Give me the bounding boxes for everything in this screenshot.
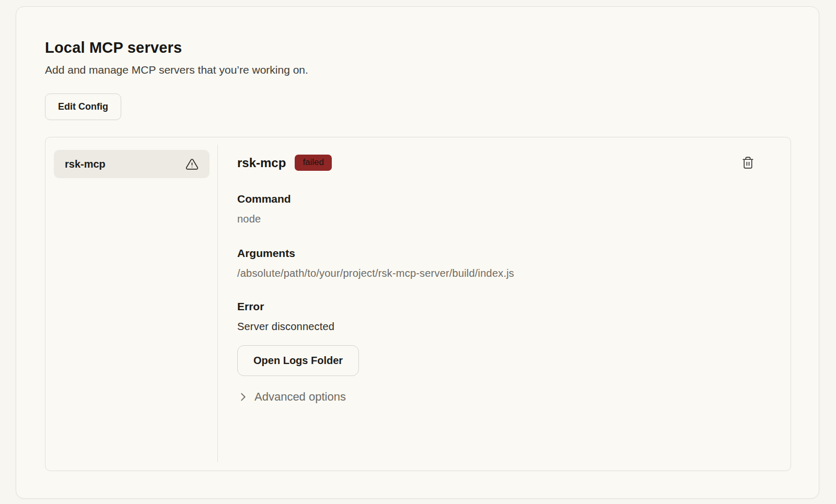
server-panel: rsk-mcp rsk-mcp failed — [45, 137, 791, 471]
error-value: Server disconnected — [237, 321, 770, 333]
command-section: Command node — [237, 193, 770, 225]
status-badge: failed — [295, 155, 332, 171]
server-list-item-rsk-mcp[interactable]: rsk-mcp — [54, 150, 210, 178]
command-value: node — [237, 213, 770, 225]
arguments-label: Arguments — [237, 247, 770, 260]
arguments-section: Arguments /absolute/path/to/your/project… — [237, 247, 770, 279]
server-detail-header: rsk-mcp failed — [237, 155, 770, 171]
server-list-sidebar: rsk-mcp — [45, 137, 217, 471]
page-subtitle: Add and manage MCP servers that you’re w… — [45, 64, 791, 76]
warning-triangle-icon — [185, 158, 199, 171]
trash-icon — [741, 156, 754, 169]
server-detail-pane: rsk-mcp failed — [218, 137, 791, 471]
arguments-value: /absolute/path/to/your/project/rsk-mcp-s… — [237, 267, 770, 279]
server-name-label: rsk-mcp — [65, 158, 106, 170]
open-logs-folder-button[interactable]: Open Logs Folder — [237, 345, 359, 376]
chevron-right-icon — [237, 391, 249, 403]
error-section: Error Server disconnected — [237, 300, 770, 333]
page-title: Local MCP servers — [45, 39, 791, 56]
error-label: Error — [237, 300, 770, 313]
server-detail-title: rsk-mcp — [237, 156, 286, 170]
advanced-options-label: Advanced options — [254, 390, 346, 404]
advanced-options-toggle[interactable]: Advanced options — [237, 390, 346, 404]
delete-server-button[interactable] — [740, 155, 756, 170]
edit-config-button[interactable]: Edit Config — [45, 93, 121, 120]
command-label: Command — [237, 193, 770, 205]
settings-card: Local MCP servers Add and manage MCP ser… — [16, 6, 819, 499]
